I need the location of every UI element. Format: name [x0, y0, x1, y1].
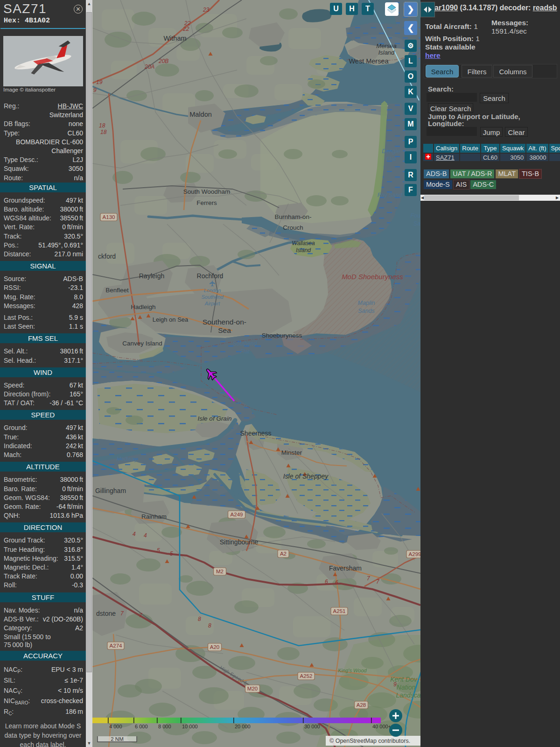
svg-text:6: 6 [325, 578, 328, 585]
svg-text:Crouch: Crouch [283, 224, 303, 231]
svg-text:© OpenStreetMap contributors.: © OpenStreetMap contributors. [329, 738, 410, 744]
svg-text:Hadleigh: Hadleigh [131, 303, 155, 310]
svg-text:Witham: Witham [163, 35, 186, 42]
svg-text:Wallasea: Wallasea [292, 240, 315, 247]
svg-text:Fou: Fou [410, 212, 420, 219]
svg-text:8: 8 [208, 622, 211, 629]
svg-text:6 000: 6 000 [135, 724, 148, 729]
svg-text:A274: A274 [110, 643, 122, 648]
svg-text:18: 18 [99, 122, 105, 129]
svg-text:6: 6 [335, 579, 338, 586]
svg-text:20 000: 20 000 [235, 724, 251, 729]
svg-text:40 000+: 40 000+ [372, 724, 391, 729]
svg-text:4 000: 4 000 [109, 724, 122, 729]
svg-text:Sheerness: Sheerness [240, 430, 272, 437]
svg-text:2 NM: 2 NM [111, 736, 123, 742]
svg-text:Flat: Flat [240, 348, 250, 355]
svg-text:Roy Sand: Roy Sand [378, 192, 402, 198]
svg-text:Burnham-on-: Burnham-on- [275, 213, 312, 220]
svg-text:M20: M20 [247, 686, 258, 691]
svg-text:A130: A130 [103, 214, 115, 220]
svg-text:Maplin: Maplin [358, 300, 375, 306]
svg-text:8 000: 8 000 [158, 724, 171, 729]
svg-text:20B: 20B [158, 58, 168, 64]
svg-text:Dengie: Dengie [382, 148, 400, 155]
svg-text:A2: A2 [280, 551, 287, 557]
svg-text:5: 5 [170, 550, 173, 557]
svg-text:23: 23 [203, 7, 210, 13]
svg-text:Benfleet: Benfleet [105, 287, 129, 294]
svg-text:A252: A252 [300, 673, 313, 679]
svg-text:Canvey Island: Canvey Island [122, 340, 162, 347]
svg-text:22: 22 [182, 26, 189, 32]
svg-text:South Woodham: South Woodham [183, 188, 230, 195]
svg-text:18: 18 [100, 129, 107, 135]
svg-text:M2: M2 [216, 569, 224, 574]
svg-text:West Mersea: West Mersea [349, 57, 389, 65]
svg-text:A249: A249 [231, 512, 243, 517]
svg-text:Isle of Grain: Isle of Grain [198, 415, 232, 422]
svg-text:Ferrers: Ferrers [196, 199, 217, 206]
svg-text:Sands: Sands [358, 308, 374, 314]
svg-text:Medway: Medway [117, 456, 138, 462]
svg-text:Landsca: Landsca [396, 691, 420, 699]
svg-text:10 000: 10 000 [182, 724, 198, 729]
svg-text:Southend-on-: Southend-on- [203, 318, 246, 326]
svg-text:Rochford: Rochford [197, 272, 224, 280]
svg-text:MoD Shoeburyness: MoD Shoeburyness [342, 273, 403, 281]
svg-text:Isle of Sheppey: Isle of Sheppey [283, 472, 329, 480]
svg-text:4: 4 [144, 532, 147, 539]
svg-text:ckford: ckford [98, 253, 116, 260]
svg-text:30 000: 30 000 [304, 724, 320, 729]
svg-text:Rayleigh: Rayleigh [139, 272, 164, 280]
svg-text:Southend: Southend [201, 294, 224, 300]
svg-text:Minster: Minster [281, 449, 302, 456]
svg-text:4: 4 [133, 531, 136, 537]
svg-text:8: 8 [198, 616, 201, 622]
svg-text:20A: 20A [144, 63, 154, 70]
svg-text:Southend: Southend [233, 340, 257, 347]
svg-text:Nation: Nation [397, 684, 416, 691]
svg-text:Shoeburyness: Shoeburyness [262, 332, 302, 339]
svg-text:Faversham: Faversham [329, 564, 362, 572]
svg-text:Mersea: Mersea [376, 42, 396, 49]
svg-text:A299: A299 [409, 551, 420, 557]
svg-text:9: 9 [93, 87, 97, 93]
svg-text:Island: Island [296, 247, 311, 254]
svg-text:Airport: Airport [204, 301, 220, 306]
svg-text:A251: A251 [333, 608, 346, 614]
svg-text:A20: A20 [210, 644, 219, 650]
svg-text:dstone: dstone [96, 610, 116, 617]
svg-text:A28: A28 [357, 702, 366, 708]
svg-text:Kent Dov: Kent Dov [390, 676, 418, 683]
svg-text:London: London [204, 288, 221, 293]
svg-text:Sittingbourne: Sittingbourne [220, 538, 259, 546]
svg-text:Flat: Flat [386, 156, 396, 162]
svg-text:King's Wood: King's Wood [338, 668, 367, 673]
svg-text:Maldon: Maldon [189, 111, 212, 118]
svg-text:Leigh on Sea: Leigh on Sea [153, 316, 189, 323]
svg-text:Sa: Sa [413, 220, 420, 227]
svg-text:Sea: Sea [218, 326, 231, 334]
svg-text:Island: Island [378, 49, 395, 56]
svg-text:5: 5 [157, 547, 160, 554]
svg-text:Rainham: Rainham [141, 513, 167, 520]
svg-text:Gillingham: Gillingham [95, 487, 126, 494]
svg-text:19: 19 [96, 79, 103, 85]
